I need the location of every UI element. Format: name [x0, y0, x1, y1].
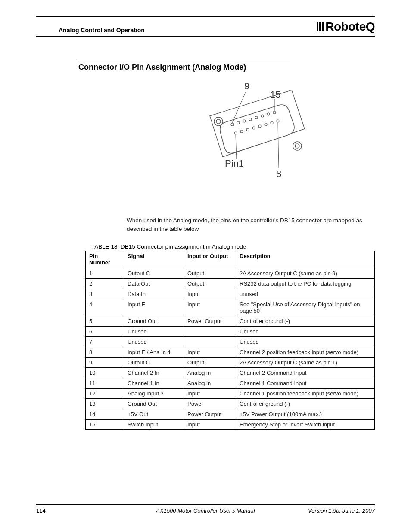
pin-label-9: 9 [244, 81, 249, 91]
cell-pin: 12 [86, 389, 124, 399]
table-header-row: Pin Number Signal Input or Output Descri… [86, 251, 375, 268]
db15-connector-icon: 9 15 Pin1 8 [201, 81, 322, 189]
cell-io: Input [184, 289, 236, 299]
cell-desc: Unused [236, 337, 375, 347]
cell-desc: Emergency Stop or Invert Switch input [236, 420, 375, 430]
cell-io: Output [184, 358, 236, 368]
table-row: 8Input E / Ana In 4InputChannel 2 positi… [86, 347, 375, 358]
cell-io: Input [184, 389, 236, 399]
cell-desc: 2A Accessory Output C (same as pin 1) [236, 358, 375, 368]
pin-table: Pin Number Signal Input or Output Descri… [85, 251, 375, 430]
cell-pin: 9 [86, 358, 124, 368]
cell-pin: 5 [86, 316, 124, 327]
table-row: 10Channel 2 InAnalog inChannel 2 Command… [86, 368, 375, 378]
cell-signal: Ground Out [124, 316, 184, 327]
cell-desc: Channel 1 position feedback input (servo… [236, 389, 375, 399]
cell-signal: Input F [124, 299, 184, 316]
cell-io: Input [184, 299, 236, 316]
page: Analog Control and Operation RoboteQ Con… [0, 0, 411, 532]
cell-signal: Analog Input 3 [124, 389, 184, 399]
content: Connector I/O Pin Assignment (Analog Mod… [31, 37, 380, 430]
table-caption-text: DB15 Connector pin assignment in Analog … [121, 243, 246, 250]
cell-pin: 11 [86, 378, 124, 389]
cell-io: Analog in [184, 378, 236, 389]
cell-pin: 15 [86, 420, 124, 430]
table-caption-prefix: TABLE 18. [91, 243, 119, 250]
cell-io: Output [184, 279, 236, 289]
cell-signal: Data In [124, 289, 184, 299]
cell-signal: Channel 2 In [124, 368, 184, 378]
table-row: 3Data InInputunused [86, 289, 375, 299]
connector-figure: 9 15 Pin1 8 [143, 81, 380, 190]
cell-signal: Input E / Ana In 4 [124, 347, 184, 358]
header-row: Analog Control and Operation RoboteQ [36, 20, 375, 37]
cell-desc: Controller ground (-) [236, 399, 375, 409]
cell-io: Output [184, 268, 236, 279]
cell-io: Input [184, 420, 236, 430]
cell-io: Power Output [184, 316, 236, 327]
cell-desc: unused [236, 289, 375, 299]
intro-paragraph: When used in the Analog mode, the pins o… [127, 216, 380, 233]
cell-signal: Channel 1 In [124, 378, 184, 389]
cell-pin: 1 [86, 268, 124, 279]
cell-desc: Controller ground (-) [236, 316, 375, 327]
cell-desc: 2A Accessory Output C (same as pin 9) [236, 268, 375, 279]
th-io: Input or Output [184, 251, 236, 268]
cell-desc: See "Special Use of Accessory Digital In… [236, 299, 375, 316]
table-row: 5Ground OutPower OutputController ground… [86, 316, 375, 327]
table-row: 1Output COutput2A Accessory Output C (sa… [86, 268, 375, 279]
section-title: Connector I/O Pin Assignment (Analog Mod… [78, 63, 290, 72]
table-row: 13Ground OutPowerController ground (-) [86, 399, 375, 409]
cell-pin: 14 [86, 409, 124, 420]
footer: 114 AX1500 Motor Controller User's Manua… [36, 504, 375, 514]
top-rule [36, 16, 375, 17]
cell-io [184, 337, 236, 347]
logo-bars-icon [317, 22, 324, 31]
cell-desc: Channel 1 Command Input [236, 378, 375, 389]
brand-text: RoboteQ [325, 20, 375, 34]
svg-point-4 [295, 144, 299, 148]
cell-io: Input [184, 347, 236, 358]
table-row: 2Data OutOutputRS232 data output to the … [86, 279, 375, 289]
cell-signal: Data Out [124, 279, 184, 289]
table-row: 12Analog Input 3InputChannel 1 position … [86, 389, 375, 399]
th-desc: Description [236, 251, 375, 268]
table-row: 7UnusedUnused [86, 337, 375, 347]
cell-desc: Channel 2 position feedback input (servo… [236, 347, 375, 358]
cell-signal: Ground Out [124, 399, 184, 409]
cell-desc: Channel 2 Command Input [236, 368, 375, 378]
table-row: 4Input FInputSee "Special Use of Accesso… [86, 299, 375, 316]
cell-pin: 13 [86, 399, 124, 409]
cell-io: Power [184, 399, 236, 409]
section-title-wrap: Connector I/O Pin Assignment (Analog Mod… [78, 61, 290, 72]
cell-io: Power Output [184, 409, 236, 420]
cell-pin: 7 [86, 337, 124, 347]
cell-pin: 10 [86, 368, 124, 378]
cell-signal: Switch Input [124, 420, 184, 430]
section-name: Analog Control and Operation [36, 27, 145, 34]
cell-io [184, 327, 236, 337]
cell-desc: RS232 data output to the PC for data log… [236, 279, 375, 289]
table-row: 15Switch InputInputEmergency Stop or Inv… [86, 420, 375, 430]
cell-signal: Output C [124, 358, 184, 368]
svg-point-2 [216, 119, 221, 124]
cell-signal: Output C [124, 268, 184, 279]
table-row: 9Output COutput2A Accessory Output C (sa… [86, 358, 375, 368]
table-row: 6UnusedUnused [86, 327, 375, 337]
cell-pin: 3 [86, 289, 124, 299]
table-row: 14+5V OutPower Output+5V Power Output (1… [86, 409, 375, 420]
th-pin: Pin Number [86, 251, 124, 268]
cell-pin: 6 [86, 327, 124, 337]
pin-label-8: 8 [276, 168, 281, 179]
manual-title: AX1500 Motor Controller User's Manual [36, 507, 375, 514]
cell-pin: 8 [86, 347, 124, 358]
cell-pin: 4 [86, 299, 124, 316]
table-row: 11Channel 1 InAnalog inChannel 1 Command… [86, 378, 375, 389]
pin-label-15: 15 [270, 89, 280, 100]
cell-desc: Unused [236, 327, 375, 337]
brand-logo: RoboteQ [317, 20, 375, 34]
pin-label-pin1: Pin1 [225, 158, 244, 169]
th-signal: Signal [124, 251, 184, 268]
table-caption: TABLE 18. DB15 Connector pin assignment … [91, 243, 380, 250]
cell-signal: Unused [124, 327, 184, 337]
